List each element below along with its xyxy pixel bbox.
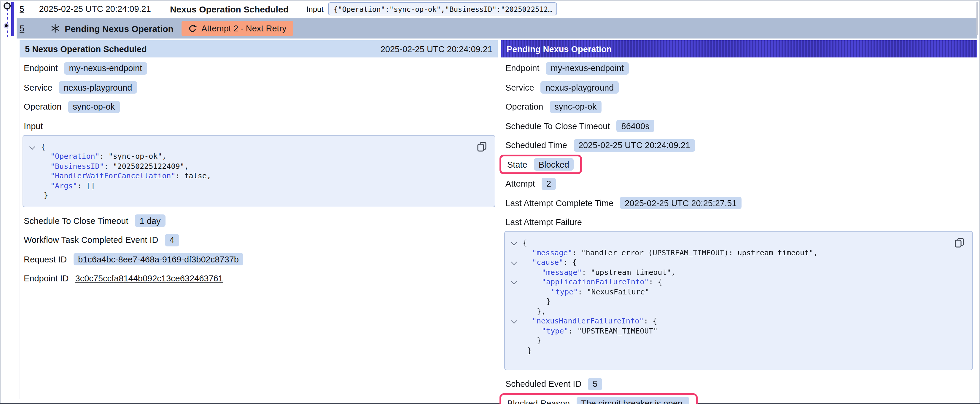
- field-label: Scheduled Event ID: [506, 379, 581, 388]
- json-text: :: [578, 287, 587, 296]
- field-value-chip: 2025-02-25 UTC 20:25:27.51: [620, 196, 741, 209]
- temporal-event-history-view: 5 2025-02-25 UTC 20:24:09.21 Nexus Opera…: [0, 0, 980, 404]
- input-json-block: {"Operation": "sync-op-ok","BusinessID":…: [22, 135, 495, 207]
- code-line: "cause": {: [505, 258, 947, 268]
- event-row-pending-nexus-operation[interactable]: 5 Pending Nexus Operation Attempt 2 · Ne…: [17, 18, 977, 38]
- json-text: false,: [185, 171, 211, 180]
- json-text: {: [658, 277, 662, 286]
- collapse-chevron-icon[interactable]: [511, 241, 516, 245]
- event-id-link[interactable]: 5: [19, 24, 24, 33]
- field-label: Attempt: [506, 179, 535, 189]
- field-value-chip: sync-op-ok: [68, 100, 119, 113]
- field-row-endpoint: Endpointmy-nexus-endpoint: [24, 62, 498, 74]
- json-text: "handler error (UPSTREAM_TIMEOUT): upstr…: [581, 248, 818, 257]
- failure-json-lines: {"message": "handler error (UPSTREAM_TIM…: [505, 238, 947, 355]
- field-value-chip: my-nexus-endpoint: [64, 62, 147, 74]
- json-text: }: [537, 336, 541, 345]
- field-value-chip: 86400s: [617, 120, 654, 132]
- json-text: :: [563, 258, 572, 266]
- field-row-service: Servicenexus-playground: [24, 81, 498, 94]
- event-title: Nexus Operation Scheduled: [170, 4, 289, 14]
- right-panel-fields-bottom: Scheduled Event ID5Blocked ReasonThe cir…: [506, 377, 977, 404]
- input-label: Input: [306, 5, 324, 13]
- field-label: Workflow Task Completed Event ID: [24, 235, 158, 245]
- code-line: }: [505, 336, 947, 345]
- left-panel-fields-top: Endpointmy-nexus-endpointServicenexus-pl…: [24, 62, 498, 113]
- field-value-link[interactable]: 3c0c75ccfa8144b092c13ce632463761: [75, 274, 223, 283]
- field-row-request-id: Request IDb1c6a4bc-8ee7-468a-9169-df3b02…: [24, 253, 498, 266]
- selected-event-indicator-bar: [11, 2, 14, 36]
- json-key: "type": [551, 287, 578, 296]
- json-text: :: [649, 277, 658, 286]
- field-value-chip: sync-op-ok: [550, 100, 601, 113]
- field-label: Request ID: [24, 254, 67, 264]
- field-value-chip: b1c6a4bc-8ee7-468a-9169-df3b02c8737b: [73, 253, 243, 265]
- field-row-workflow-task-completed-event-id: Workflow Task Completed Event ID4: [24, 233, 498, 246]
- json-key: "cause": [532, 258, 563, 266]
- field-row-service: Servicenexus-playground: [506, 81, 977, 94]
- json-text: :: [175, 171, 184, 180]
- code-line: "type": "UPSTREAM_TIMEOUT": [505, 326, 947, 336]
- event-row-nexus-operation-scheduled[interactable]: 5 2025-02-25 UTC 20:24:09.21 Nexus Opera…: [19, 1, 975, 17]
- event-id-link[interactable]: 5: [19, 4, 24, 14]
- field-label: State: [507, 160, 527, 169]
- json-text: :: [568, 326, 577, 335]
- json-key: "nexusHandlerFailureInfo": [532, 316, 644, 325]
- field-value-chip: 2: [542, 177, 556, 190]
- last-attempt-failure-label: Last Attempt Failure: [506, 215, 977, 229]
- input-json-preview[interactable]: {"Operation":"sync-op-ok","BusinessID":"…: [328, 2, 557, 16]
- nexus-asterisk-icon: [51, 24, 60, 33]
- right-panel-title: Pending Nexus Operation: [507, 44, 612, 54]
- event-timestamp: 2025-02-25 UTC 20:24:09.21: [39, 4, 151, 14]
- json-text: }: [44, 191, 48, 200]
- left-panel-fields-bottom: Schedule To Close Timeout1 dayWorkflow T…: [24, 214, 498, 285]
- json-text: "upstream timeout",: [591, 268, 676, 276]
- attempt-retry-label: Attempt 2 · Next Retry: [201, 24, 286, 33]
- json-key: "Args": [51, 181, 77, 190]
- json-text: }: [546, 297, 551, 306]
- field-label: Endpoint: [24, 63, 58, 73]
- left-panel-header: 5 Nexus Operation Scheduled 2025-02-25 U…: [19, 40, 498, 57]
- field-value-chip: nexus-playground: [541, 81, 619, 93]
- timeline-current-event-dot: [3, 23, 9, 28]
- code-line: "BusinessID": "20250225122409",: [23, 162, 470, 171]
- json-text: "sync-op-ok",: [108, 152, 167, 160]
- json-text: },: [537, 307, 546, 315]
- field-label: Schedule To Close Timeout: [24, 216, 129, 225]
- json-key: "message": [542, 268, 582, 276]
- code-line: "Operation": "sync-op-ok",: [23, 152, 470, 162]
- field-label: Endpoint: [506, 63, 539, 73]
- json-text: :: [77, 181, 86, 190]
- json-text: :: [582, 268, 590, 276]
- field-label: Blocked Reason: [507, 398, 570, 404]
- json-text: :: [644, 316, 652, 325]
- copy-icon[interactable]: [955, 238, 964, 248]
- red-annotation-highlight: Blocked ReasonThe circuit breaker is ope…: [500, 393, 698, 404]
- json-text: {: [41, 142, 45, 151]
- collapse-chevron-icon[interactable]: [511, 319, 516, 323]
- vertical-scrollbar-thumb[interactable]: [977, 2, 978, 35]
- timeline-open-circle-marker: [3, 2, 11, 10]
- field-row-blocked-reason: Blocked ReasonThe circuit breaker is ope…: [506, 397, 977, 404]
- json-text: :: [104, 162, 113, 170]
- code-line: }: [23, 191, 470, 201]
- code-line: },: [505, 307, 947, 316]
- code-line: "applicationFailureInfo": {: [505, 277, 947, 287]
- red-annotation-highlight: StateBlocked: [500, 155, 582, 174]
- field-label: Last Attempt Complete Time: [506, 198, 613, 208]
- collapse-chevron-icon[interactable]: [511, 280, 516, 284]
- json-text: []: [86, 181, 95, 190]
- copy-icon[interactable]: [477, 141, 487, 151]
- field-row-last-attempt-complete-time: Last Attempt Complete Time2025-02-25 UTC…: [506, 196, 977, 209]
- code-line: }: [505, 345, 947, 355]
- code-line: "nexusHandlerFailureInfo": {: [505, 316, 947, 326]
- field-label: Operation: [506, 102, 543, 111]
- json-text: {: [523, 238, 527, 247]
- collapse-chevron-icon[interactable]: [30, 144, 34, 149]
- right-panel-body: Endpointmy-nexus-endpointServicenexus-pl…: [501, 57, 977, 404]
- collapse-chevron-icon[interactable]: [511, 260, 516, 265]
- json-key: "message": [532, 248, 572, 257]
- left-panel-body: Endpointmy-nexus-endpointServicenexus-pl…: [19, 57, 498, 399]
- field-value-chip: 5: [588, 378, 602, 390]
- json-key: "applicationFailureInfo": [542, 277, 649, 286]
